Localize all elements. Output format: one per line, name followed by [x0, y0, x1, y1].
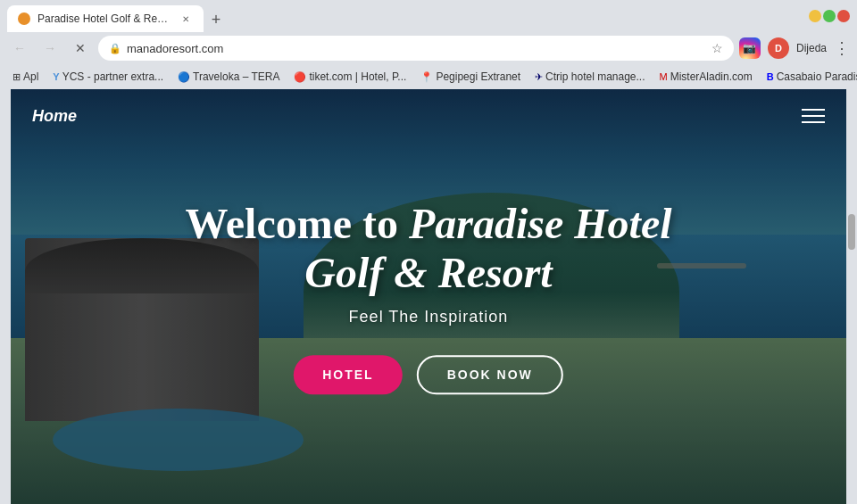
left-scrollbar — [0, 89, 11, 504]
bookmark-ycs[interactable]: Y YCS - partner extra... — [47, 69, 169, 85]
profile-name: Dijeda — [796, 42, 827, 54]
bookmark-tiket[interactable]: 🔴 tiket.com | Hotel, P... — [288, 69, 412, 85]
profile-avatar[interactable]: D — [768, 37, 789, 59]
bookmark-traveloka[interactable]: 🔵 Traveloka – TERA — [172, 69, 285, 85]
hero-title: Welcome to Paradise Hotel Golf & Resort — [53, 199, 804, 297]
reload-button[interactable]: ✕ — [68, 36, 93, 61]
bookmark-traveloka-icon: 🔵 — [178, 71, 190, 83]
bookmark-apps[interactable]: ⊞ Apl — [7, 69, 44, 85]
lock-icon: 🔒 — [109, 43, 121, 54]
bookmark-misteraladin-icon: M — [660, 71, 668, 82]
tab-close-button[interactable]: ✕ — [179, 12, 193, 26]
bookmarks-bar: ⊞ Apl Y YCS - partner extra... 🔵 Travelo… — [0, 64, 857, 89]
bookmark-apps-label: Apl — [23, 70, 38, 83]
bookmark-ycs-icon: Y — [53, 71, 59, 82]
bookmark-traveloka-label: Traveloka – TERA — [193, 70, 279, 83]
bookmark-star-icon[interactable]: ☆ — [711, 41, 723, 55]
hamburger-line-2 — [802, 115, 825, 117]
title-bar: Paradise Hotel Golf & Resort ✕ + — [0, 0, 857, 32]
bookmark-pepigegi[interactable]: 📍 Pegipegi Extranet — [415, 69, 526, 85]
chrome-menu-button[interactable]: ⋮ — [834, 38, 850, 58]
scrollbar-thumb[interactable] — [848, 214, 855, 250]
bookmark-pegipegi-icon: 📍 — [420, 71, 433, 83]
bookmark-casabaio-icon: B — [767, 71, 774, 82]
bookmark-casabaio-label: Casabaio Paradise... — [777, 70, 857, 83]
minimize-button[interactable] — [809, 10, 821, 22]
bookmark-ctrip[interactable]: ✈ Ctrip hotel manage... — [529, 69, 650, 85]
book-now-button[interactable]: BOOK NOW — [417, 355, 563, 394]
tab-label: Paradise Hotel Golf & Resort — [37, 12, 171, 25]
address-bar[interactable]: 🔒 manadoresort.com ☆ — [98, 36, 734, 61]
hero-subtitle: Feel The Inspiration — [53, 308, 804, 326]
bookmark-ycs-label: YCS - partner extra... — [62, 70, 163, 83]
window-controls — [809, 10, 850, 22]
bookmark-tiket-icon: 🔴 — [294, 71, 306, 83]
close-button[interactable] — [837, 10, 850, 22]
tab-favicon — [18, 12, 30, 25]
hero-content: Welcome to Paradise Hotel Golf & Resort … — [53, 199, 804, 394]
website-viewport: Home Welcome to Paradise Hotel Golf & Re… — [11, 89, 846, 504]
address-bar-row: ← → ✕ 🔒 manadoresort.com ☆ 📷 D Dijeda ⋮ — [0, 32, 857, 64]
back-button[interactable]: ← — [7, 36, 32, 61]
hotel-button[interactable]: HOTEL — [294, 355, 402, 394]
instagram-icon[interactable]: 📷 — [739, 37, 761, 59]
chrome-window: Paradise Hotel Golf & Resort ✕ + ← → ✕ 🔒… — [0, 0, 857, 504]
bookmark-misteraladin[interactable]: M MisterAladin.com — [654, 69, 758, 85]
hamburger-line-1 — [802, 109, 825, 111]
bookmark-casabaio[interactable]: B Casabaio Paradise... — [761, 69, 857, 85]
bookmark-pegipegi-label: Pegipegi Extranet — [436, 70, 520, 83]
tab-bar: Paradise Hotel Golf & Resort ✕ + — [7, 0, 229, 32]
site-logo: Home — [32, 107, 77, 126]
profile-area: 📷 D Dijeda ⋮ — [739, 37, 850, 59]
bookmark-ctrip-label: Ctrip hotel manage... — [545, 70, 645, 83]
bookmark-ctrip-icon: ✈ — [535, 71, 543, 83]
bookmark-misteraladin-label: MisterAladin.com — [670, 70, 753, 83]
hamburger-line-3 — [802, 121, 825, 123]
url-text: manadoresort.com — [127, 42, 706, 55]
hero-buttons: HOTEL BOOK NOW — [53, 355, 804, 394]
active-tab[interactable]: Paradise Hotel Golf & Resort ✕ — [7, 5, 204, 32]
site-navigation: Home — [11, 89, 846, 143]
right-scrollbar[interactable] — [846, 89, 857, 504]
new-tab-button[interactable]: + — [204, 7, 229, 32]
bookmark-tiket-label: tiket.com | Hotel, P... — [309, 70, 406, 83]
forward-button[interactable]: → — [37, 36, 62, 61]
apps-grid-icon: ⊞ — [12, 71, 21, 83]
maximize-button[interactable] — [823, 10, 836, 22]
browser-content: Home Welcome to Paradise Hotel Golf & Re… — [0, 89, 857, 504]
hamburger-menu[interactable] — [802, 109, 825, 123]
